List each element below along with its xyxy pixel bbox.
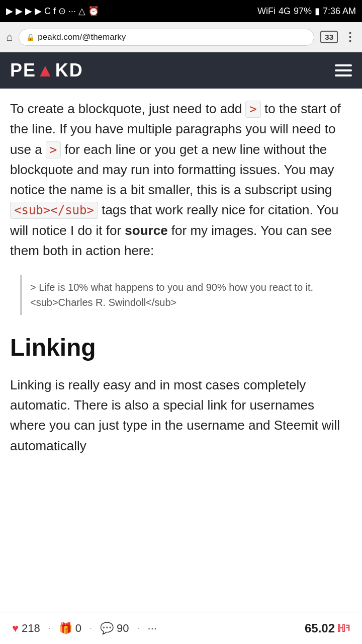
greater-than-2: > bbox=[46, 141, 61, 158]
blockquote-example: > Life is 10% what happens to you and 90… bbox=[20, 275, 352, 315]
site-header: PE▲KD bbox=[0, 52, 362, 89]
linking-paragraph: Linking is really easy and in most cases… bbox=[10, 375, 352, 456]
hamburger-line-2 bbox=[335, 69, 352, 71]
more-icon: ··· bbox=[148, 622, 157, 635]
site-logo[interactable]: PE▲KD bbox=[10, 60, 83, 81]
url-field[interactable]: 🔒 peakd.com/@themarky bbox=[19, 29, 314, 46]
youtube-icon: ▶ bbox=[6, 6, 13, 17]
messenger-icon: ⊙ bbox=[58, 6, 66, 17]
hamburger-line-3 bbox=[335, 74, 352, 76]
dot-separator-1: · bbox=[48, 623, 51, 633]
status-left: ▶ ▶ ▶ ▶ C f ⊙ ··· △ ⏰ bbox=[6, 6, 99, 17]
main-content: To create a blockquote, just need to add… bbox=[0, 89, 362, 496]
content-body: To create a blockquote, just need to add… bbox=[10, 99, 352, 496]
hive-symbol2: ꟻ bbox=[345, 623, 350, 633]
gift-count: 0 bbox=[75, 622, 81, 635]
comments-item[interactable]: 💬 90 bbox=[100, 622, 129, 635]
c-icon: C bbox=[44, 6, 51, 17]
dot-separator-3: · bbox=[137, 623, 140, 633]
youtube-icon2: ▶ bbox=[16, 6, 23, 17]
logo-triangle: ▲ bbox=[36, 60, 55, 80]
like-icon: ♥ bbox=[12, 622, 19, 635]
time: 7:36 AM bbox=[323, 6, 356, 17]
home-icon[interactable]: ⌂ bbox=[6, 31, 13, 44]
status-bar: ▶ ▶ ▶ ▶ C f ⊙ ··· △ ⏰ WiFi 4G 97% ▮ 7:36… bbox=[0, 0, 362, 22]
more-dots: ··· bbox=[68, 6, 76, 17]
clock-icon: ⏰ bbox=[88, 6, 99, 17]
hive-symbol: ℍ bbox=[337, 622, 345, 634]
address-bar: ⌂ 🔒 peakd.com/@themarky 33 ⋮ bbox=[0, 22, 362, 52]
bottom-left-stats: ♥ 218 · 🎁 0 · 💬 90 · ··· bbox=[12, 622, 157, 635]
hamburger-line-1 bbox=[335, 64, 352, 66]
battery-icon: ▮ bbox=[315, 6, 320, 17]
alarm-icon: △ bbox=[78, 6, 85, 17]
comment-count: 90 bbox=[117, 622, 129, 635]
blockquote-line2: <sub>Charles R. Swindoll</sub> bbox=[30, 295, 344, 310]
hive-score: 65.02 ℍ ꟻ bbox=[305, 621, 350, 635]
blockquote-paragraph: To create a blockquote, just need to add… bbox=[10, 99, 352, 261]
linking-section-title: Linking bbox=[10, 329, 352, 366]
gifts-item[interactable]: 🎁 0 bbox=[59, 622, 81, 635]
gift-icon: 🎁 bbox=[59, 622, 72, 635]
youtube-icon4: ▶ bbox=[35, 6, 42, 17]
logo-peak-text: PE bbox=[10, 60, 36, 80]
more-item[interactable]: ··· bbox=[148, 622, 157, 635]
comment-icon: 💬 bbox=[100, 622, 114, 635]
signal-icon: 4G bbox=[279, 6, 291, 17]
paragraph1-part1: To create a blockquote, just need to add bbox=[10, 101, 242, 116]
status-right: WiFi 4G 97% ▮ 7:36 AM bbox=[257, 6, 356, 17]
score-value: 65.02 bbox=[305, 621, 335, 635]
hamburger-menu[interactable] bbox=[335, 64, 352, 76]
bottom-bar: ♥ 218 · 🎁 0 · 💬 90 · ··· 65.02 ℍ ꟻ bbox=[0, 612, 362, 644]
bold-word: source bbox=[125, 223, 167, 238]
youtube-icon3: ▶ bbox=[25, 6, 32, 17]
battery-percent: 97% bbox=[294, 6, 312, 17]
lock-icon: 🔒 bbox=[26, 33, 35, 41]
tab-count[interactable]: 33 bbox=[320, 31, 338, 43]
logo-k-text: KD bbox=[55, 60, 83, 80]
url-text: peakd.com/@themarky bbox=[38, 32, 126, 42]
like-count: 218 bbox=[22, 622, 40, 635]
greater-than-1: > bbox=[245, 101, 260, 118]
dot-separator-2: · bbox=[89, 623, 92, 633]
wifi-icon: WiFi bbox=[257, 6, 276, 17]
blockquote-line1: > Life is 10% what happens to you and 90… bbox=[30, 280, 344, 295]
likes-item[interactable]: ♥ 218 bbox=[12, 622, 40, 635]
sub-tag: <sub></sub> bbox=[10, 202, 98, 219]
fb-icon: f bbox=[53, 6, 56, 17]
browser-menu-button[interactable]: ⋮ bbox=[344, 30, 356, 44]
